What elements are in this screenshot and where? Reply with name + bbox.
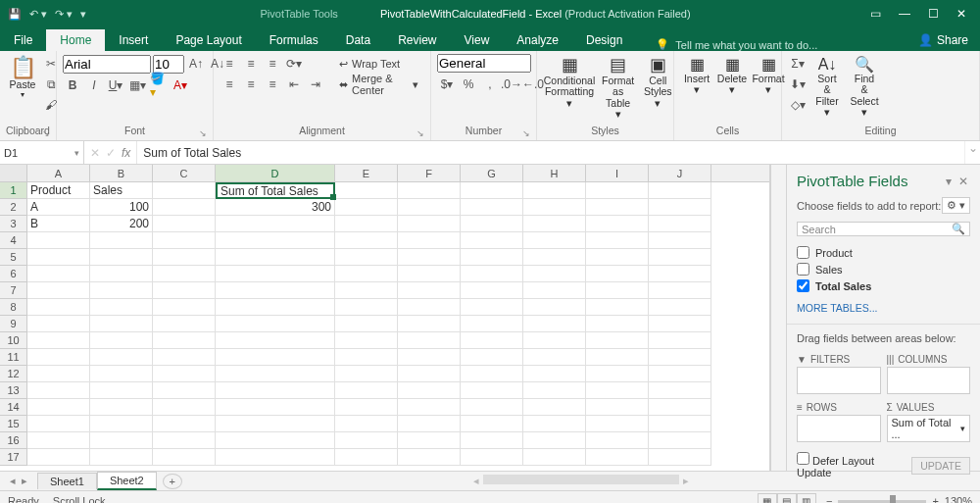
cell-J3[interactable] — [649, 216, 711, 232]
cell-B1[interactable]: Sales — [90, 182, 153, 199]
close-icon[interactable]: ✕ — [956, 7, 966, 21]
cell-I11[interactable] — [586, 349, 649, 366]
cell-E4[interactable] — [335, 232, 398, 249]
paste-button[interactable]: 📋 Paste ▾ — [6, 54, 39, 102]
row-header-11[interactable]: 11 — [0, 349, 27, 366]
tab-formulas[interactable]: Formulas — [256, 29, 332, 51]
tab-insert[interactable]: Insert — [105, 29, 162, 51]
cell-E8[interactable] — [335, 299, 398, 316]
cell-B16[interactable] — [90, 432, 153, 449]
cell-D15[interactable] — [216, 416, 335, 432]
cell-I2[interactable] — [586, 199, 649, 216]
cell-H5[interactable] — [523, 249, 586, 266]
cell-B10[interactable] — [90, 332, 153, 349]
align-right-button[interactable]: ≡ — [263, 75, 282, 94]
cell-I15[interactable] — [586, 416, 649, 432]
cell-F13[interactable] — [398, 382, 461, 399]
orientation-button[interactable]: ⟳▾ — [284, 54, 304, 74]
filters-dropzone[interactable] — [797, 367, 881, 394]
cell-C16[interactable] — [153, 432, 216, 449]
cell-C10[interactable] — [153, 332, 216, 349]
row-header-15[interactable]: 15 — [0, 416, 27, 432]
cell-A17[interactable] — [27, 449, 90, 466]
cell-J15[interactable] — [649, 416, 711, 432]
format-cells-button[interactable]: ▦Format▾ — [751, 54, 786, 98]
comma-button[interactable]: , — [480, 75, 500, 94]
cell-J9[interactable] — [649, 316, 711, 332]
sheet-nav-next-icon[interactable]: ▸ — [22, 475, 27, 487]
cell-B17[interactable] — [90, 449, 153, 466]
cell-B15[interactable] — [90, 416, 153, 432]
col-header-h[interactable]: H — [523, 165, 586, 181]
cell-D17[interactable] — [216, 449, 335, 466]
cell-C8[interactable] — [153, 299, 216, 316]
cell-E13[interactable] — [335, 382, 398, 399]
cell-J14[interactable] — [649, 399, 711, 416]
tab-page-layout[interactable]: Page Layout — [162, 29, 255, 51]
font-launcher-icon[interactable]: ↘ — [199, 128, 207, 138]
cell-B12[interactable] — [90, 366, 153, 382]
field-checkbox[interactable] — [797, 279, 809, 292]
font-name-select[interactable] — [63, 55, 151, 74]
cell-E16[interactable] — [335, 432, 398, 449]
cell-J8[interactable] — [649, 299, 711, 316]
cell-F3[interactable] — [398, 216, 461, 232]
cell-D16[interactable] — [216, 432, 335, 449]
zoom-out-button[interactable]: − — [826, 495, 832, 503]
increase-font-button[interactable]: A↑ — [186, 54, 206, 74]
cell-B7[interactable] — [90, 282, 153, 299]
autosum-button[interactable]: Σ▾ — [788, 54, 808, 74]
bold-button[interactable]: B — [63, 75, 82, 95]
row-header-17[interactable]: 17 — [0, 449, 27, 466]
cell-G12[interactable] — [461, 366, 523, 382]
qat-customize-icon[interactable]: ▾ — [80, 8, 86, 21]
cell-H2[interactable] — [523, 199, 586, 216]
redo-icon[interactable]: ↷ ▾ — [55, 8, 73, 21]
cell-G10[interactable] — [461, 332, 523, 349]
name-box[interactable]: D1▾ — [0, 141, 84, 164]
tab-file[interactable]: File — [0, 29, 46, 51]
font-size-select[interactable] — [153, 55, 184, 74]
decrease-indent-button[interactable]: ⇤ — [284, 75, 304, 94]
find-select-button[interactable]: 🔍Find & Select▾ — [847, 54, 882, 121]
cell-H12[interactable] — [523, 366, 586, 382]
cell-A1[interactable]: Product — [27, 182, 90, 199]
cell-I10[interactable] — [586, 332, 649, 349]
field-total-sales[interactable]: Total Sales — [797, 277, 970, 294]
increase-decimal-button[interactable]: .0→ — [502, 75, 521, 94]
align-left-button[interactable]: ≡ — [220, 75, 239, 94]
cell-J7[interactable] — [649, 282, 711, 299]
align-middle-button[interactable]: ≡ — [241, 54, 261, 74]
cell-E3[interactable] — [335, 216, 398, 232]
increase-indent-button[interactable]: ⇥ — [306, 75, 325, 94]
cell-G4[interactable] — [461, 232, 523, 249]
col-header-g[interactable]: G — [461, 165, 523, 181]
conditional-formatting-button[interactable]: ▦Conditional Formatting▾ — [543, 54, 596, 111]
cell-G14[interactable] — [461, 399, 523, 416]
expand-formula-icon[interactable]: ⌄ — [964, 141, 980, 164]
row-header-4[interactable]: 4 — [0, 232, 27, 249]
cell-H3[interactable] — [523, 216, 586, 232]
more-tables-link[interactable]: MORE TABLES... — [787, 298, 980, 318]
cell-H10[interactable] — [523, 332, 586, 349]
cell-H15[interactable] — [523, 416, 586, 432]
cell-F8[interactable] — [398, 299, 461, 316]
cell-H13[interactable] — [523, 382, 586, 399]
row-header-13[interactable]: 13 — [0, 382, 27, 399]
cell-H14[interactable] — [523, 399, 586, 416]
underline-button[interactable]: U▾ — [106, 75, 125, 95]
tab-analyze[interactable]: Analyze — [503, 29, 572, 51]
clear-button[interactable]: ◇▾ — [788, 95, 808, 115]
col-header-e[interactable]: E — [335, 165, 398, 181]
cell-B2[interactable]: 100 — [90, 199, 153, 216]
row-header-8[interactable]: 8 — [0, 299, 27, 316]
fx-icon[interactable]: fx — [122, 146, 130, 160]
cell-F6[interactable] — [398, 266, 461, 282]
cell-A14[interactable] — [27, 399, 90, 416]
cell-E5[interactable] — [335, 249, 398, 266]
cell-A10[interactable] — [27, 332, 90, 349]
sheet-tab-sheet2[interactable]: Sheet2 — [97, 472, 157, 490]
cell-G17[interactable] — [461, 449, 523, 466]
vertical-scrollbar[interactable] — [770, 165, 786, 471]
cell-C14[interactable] — [153, 399, 216, 416]
